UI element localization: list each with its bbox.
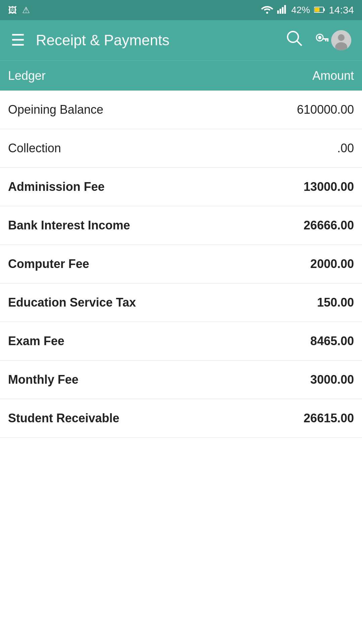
wifi-icon bbox=[261, 4, 273, 16]
ledger-list: Opeining Balance610000.00Collection.00Ad… bbox=[0, 91, 362, 438]
time-display: 14:34 bbox=[329, 4, 354, 16]
svg-point-12 bbox=[318, 36, 321, 39]
user-profile-button[interactable] bbox=[315, 30, 351, 50]
ledger-amount: 610000.00 bbox=[297, 103, 354, 117]
ledger-label: Student Receivable bbox=[8, 411, 119, 425]
ledger-amount: 2000.00 bbox=[310, 257, 354, 271]
table-row[interactable]: Computer Fee2000.00 bbox=[0, 245, 362, 283]
svg-rect-7 bbox=[324, 8, 325, 11]
amount-column-header: Amount bbox=[312, 69, 354, 83]
ledger-amount: 26666.00 bbox=[304, 218, 354, 232]
ledger-label: Monthly Fee bbox=[8, 373, 78, 387]
table-row[interactable]: Exam Fee8465.00 bbox=[0, 322, 362, 361]
ledger-label: Education Service Tax bbox=[8, 296, 136, 310]
user-avatar bbox=[331, 30, 351, 50]
ledger-label: Opeining Balance bbox=[8, 103, 103, 117]
status-bar-left: 🖼 ⚠ bbox=[8, 5, 30, 15]
svg-rect-14 bbox=[327, 40, 328, 42]
ledger-label: Computer Fee bbox=[8, 257, 89, 271]
ledger-amount: 3000.00 bbox=[310, 373, 354, 387]
svg-rect-1 bbox=[277, 10, 279, 14]
table-row[interactable]: Education Service Tax150.00 bbox=[0, 283, 362, 322]
ledger-amount: 150.00 bbox=[317, 296, 354, 310]
svg-rect-13 bbox=[323, 38, 328, 40]
ledger-amount: 26615.00 bbox=[304, 411, 354, 425]
svg-rect-4 bbox=[284, 5, 286, 14]
app-bar-left: ☰ Receipt & Payments bbox=[11, 32, 170, 49]
ledger-amount: 13000.00 bbox=[304, 180, 354, 194]
svg-rect-2 bbox=[280, 9, 281, 14]
svg-rect-15 bbox=[325, 40, 326, 41]
battery-percentage: 42% bbox=[291, 5, 310, 15]
status-bar-right: 42% ⚡ 14:34 bbox=[261, 4, 354, 16]
menu-icon[interactable]: ☰ bbox=[11, 32, 25, 48]
ledger-label: Adminission Fee bbox=[8, 180, 105, 194]
signal-icon bbox=[277, 4, 287, 16]
table-row[interactable]: Adminission Fee13000.00 bbox=[0, 168, 362, 206]
ledger-column-header: Ledger bbox=[8, 69, 46, 83]
ledger-label: Collection bbox=[8, 141, 61, 155]
ledger-amount: .00 bbox=[337, 141, 354, 155]
app-title: Receipt & Payments bbox=[36, 32, 170, 49]
table-row[interactable]: Collection.00 bbox=[0, 129, 362, 168]
battery-icon: ⚡ bbox=[314, 5, 325, 15]
table-row[interactable]: Bank Interest Income26666.00 bbox=[0, 206, 362, 245]
ledger-amount: 8465.00 bbox=[310, 334, 354, 348]
image-icon: 🖼 bbox=[8, 5, 17, 15]
svg-text:⚡: ⚡ bbox=[316, 8, 321, 12]
search-icon[interactable] bbox=[286, 30, 303, 51]
svg-line-10 bbox=[297, 41, 302, 46]
ledger-label: Bank Interest Income bbox=[8, 218, 130, 232]
table-row[interactable]: Opeining Balance610000.00 bbox=[0, 91, 362, 129]
svg-point-0 bbox=[266, 12, 268, 14]
warning-icon: ⚠ bbox=[22, 5, 30, 15]
svg-point-9 bbox=[288, 32, 298, 42]
column-header-row: Ledger Amount bbox=[0, 60, 362, 91]
table-row[interactable]: Monthly Fee3000.00 bbox=[0, 361, 362, 399]
status-bar: 🖼 ⚠ 42% ⚡ 1 bbox=[0, 0, 362, 20]
table-row[interactable]: Student Receivable26615.00 bbox=[0, 399, 362, 438]
ledger-label: Exam Fee bbox=[8, 334, 64, 348]
key-icon bbox=[315, 32, 328, 49]
svg-rect-3 bbox=[282, 7, 284, 14]
app-bar: ☰ Receipt & Payments bbox=[0, 20, 362, 60]
svg-point-17 bbox=[338, 34, 345, 41]
app-bar-right bbox=[286, 30, 351, 51]
